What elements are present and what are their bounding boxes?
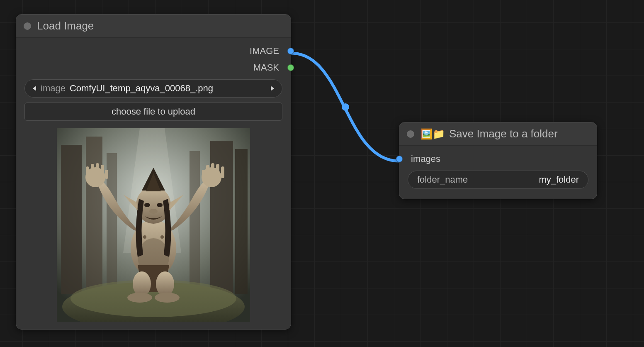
chevron-right-icon[interactable] [268,86,277,91]
choose-file-button-label: choose file to upload [112,106,195,117]
image-preview [57,128,250,322]
node-save-image-folder[interactable]: 🖼️📁 Save Image to a folder images folder… [399,122,597,199]
svg-point-16 [155,293,180,303]
chevron-left-icon[interactable] [30,86,39,91]
svg-point-15 [127,293,152,303]
svg-rect-26 [211,163,214,177]
folder-name-input[interactable]: folder_name my_folder [408,171,588,189]
svg-rect-18 [86,166,89,178]
svg-point-34 [160,235,164,239]
node-canvas[interactable]: Load Image IMAGE MASK image ComfyUI_temp… [0,0,644,347]
node-header[interactable]: Load Image [16,15,291,38]
image-preview-container [24,128,282,322]
svg-rect-3 [86,137,102,294]
node-title: Load Image [37,20,94,32]
image-folder-icon: 🖼️📁 [420,129,445,139]
svg-point-31 [157,203,163,207]
svg-point-30 [144,203,150,207]
svg-point-33 [143,235,146,239]
svg-rect-27 [216,164,219,177]
svg-point-32 [149,209,158,214]
folder-name-key: folder_name [417,174,468,185]
svg-rect-20 [96,163,99,177]
port-dot-icon[interactable] [287,48,294,54]
folder-name-value: my_folder [539,174,579,185]
output-port-mask[interactable]: MASK [16,59,291,76]
svg-rect-5 [235,149,248,294]
image-selector[interactable]: image ComfyUI_temp_aqyva_00068_.png [24,79,282,98]
svg-point-14 [156,271,174,296]
image-selector-label: image [41,83,66,94]
svg-rect-21 [101,165,104,177]
svg-point-0 [342,103,349,111]
image-selector-value: ComfyUI_temp_aqyva_00068_.png [70,83,268,94]
svg-rect-19 [91,164,94,177]
svg-rect-22 [105,170,108,179]
node-status-dot [407,130,414,138]
choose-file-button[interactable]: choose file to upload [24,103,282,121]
node-load-image[interactable]: Load Image IMAGE MASK image ComfyUI_temp… [16,14,291,330]
output-port-label: MASK [253,62,279,73]
output-port-label: IMAGE [250,46,279,56]
node-header[interactable]: 🖼️📁 Save Image to a folder [399,122,597,146]
node-title-text: Save Image to a folder [449,127,558,140]
svg-rect-7 [190,151,200,290]
svg-point-13 [133,271,151,296]
input-port-label: images [411,154,440,164]
port-dot-icon[interactable] [396,156,403,162]
svg-rect-25 [206,165,209,177]
output-port-image[interactable]: IMAGE [16,43,291,59]
node-status-dot [24,22,31,30]
svg-rect-28 [221,166,224,178]
svg-rect-24 [202,170,205,179]
port-dot-icon[interactable] [287,64,294,71]
svg-rect-2 [61,145,82,294]
input-port-images[interactable]: images [399,151,597,167]
node-title: 🖼️📁 Save Image to a folder [420,127,558,140]
